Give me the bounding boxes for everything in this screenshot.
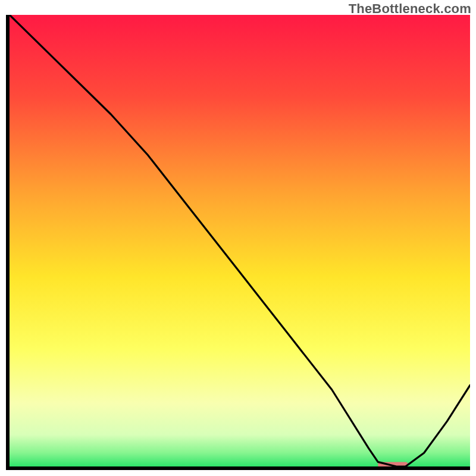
attribution-label: TheBottleneck.com bbox=[349, 1, 471, 17]
chart-container: TheBottleneck.com bbox=[0, 0, 476, 476]
plot-frame bbox=[6, 15, 470, 470]
plot-svg bbox=[10, 15, 470, 466]
